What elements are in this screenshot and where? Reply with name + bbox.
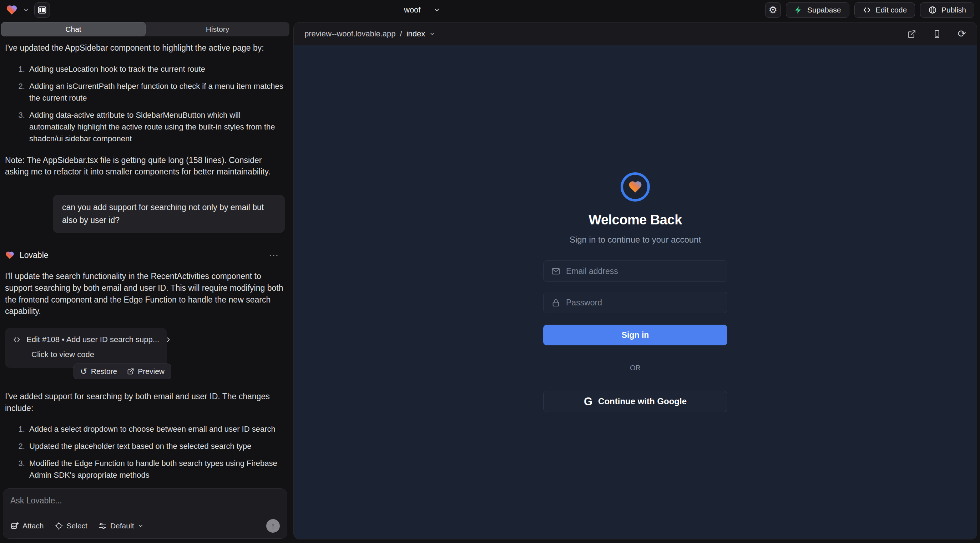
mail-icon <box>551 267 560 276</box>
preview-label: Preview <box>138 367 164 376</box>
open-in-new-tab-button[interactable] <box>907 30 916 38</box>
divider-label: OR <box>630 364 641 372</box>
model-selector-button[interactable]: Default <box>98 522 144 530</box>
main-area: Chat History I've updated the AppSidebar… <box>0 20 980 543</box>
target-select-icon <box>55 522 63 530</box>
assistant-numbered-list-2: Added a select dropdown to choose betwee… <box>5 423 285 483</box>
topbar-right: ⚙ Supabase Edit code Publish <box>765 2 974 18</box>
app-heart-logo-icon <box>628 179 643 194</box>
preview-button[interactable]: Preview <box>127 367 164 376</box>
sidebar-toggle-button[interactable] <box>34 2 50 18</box>
assistant-summary: I've added support for searching by both… <box>5 391 285 414</box>
lovable-heart-logo[interactable] <box>6 4 18 16</box>
email-field-wrapper <box>543 260 727 282</box>
supabase-bolt-icon <box>794 6 803 14</box>
continue-with-google-button[interactable]: G Continue with Google <box>543 391 727 412</box>
divider-line-right <box>647 368 727 368</box>
code-icon <box>13 336 21 344</box>
code-brackets-icon <box>862 6 871 14</box>
settings-button[interactable]: ⚙ <box>765 2 781 18</box>
send-button[interactable]: ↑ <box>266 519 280 533</box>
list-item: Modified the Edge Function to handle bot… <box>27 457 285 481</box>
attach-label: Attach <box>22 522 44 530</box>
arrow-up-icon: ↑ <box>271 521 275 531</box>
globe-icon <box>928 6 937 14</box>
list-item: Updated the placeholder text based on th… <box>27 440 285 452</box>
topbar-left <box>6 2 50 18</box>
sign-in-button[interactable]: Sign in <box>543 325 727 345</box>
url-chevron-down-icon <box>430 31 435 37</box>
tab-history[interactable]: History <box>146 22 290 37</box>
ask-lovable-input[interactable] <box>10 496 280 505</box>
auth-title: Welcome Back <box>589 212 682 228</box>
preview-panel: preview--woof.lovable.app / index ⟳ <box>293 22 977 540</box>
auth-subtitle: Sign in to continue to your account <box>570 235 701 245</box>
password-field[interactable] <box>566 298 719 308</box>
preview-domain: preview--woof.lovable.app <box>304 29 396 38</box>
topbar: woof ⚙ Supabase Edit code <box>0 0 980 20</box>
edit-card-wrapper: Edit #108 • Add user ID search supp... C… <box>5 328 167 368</box>
publish-button[interactable]: Publish <box>920 2 974 18</box>
project-title[interactable]: woof <box>404 0 441 20</box>
url-separator: / <box>400 29 402 38</box>
preview-header: preview--woof.lovable.app / index ⟳ <box>294 22 977 45</box>
divider-line-left <box>543 368 624 368</box>
list-item: Adding data-active attribute to SidebarM… <box>27 109 285 144</box>
preview-page: index <box>406 29 425 38</box>
supabase-label: Supabase <box>807 6 841 14</box>
assistant-name: Lovable <box>20 251 49 260</box>
assistant-note: Note: The AppSidebar.tsx file is getting… <box>5 154 285 178</box>
edit-code-button[interactable]: Edit code <box>854 2 915 18</box>
project-name: woof <box>404 5 420 14</box>
google-button-label: Continue with Google <box>598 396 687 406</box>
preview-url-bar[interactable]: preview--woof.lovable.app / index <box>304 29 435 38</box>
tab-chat[interactable]: Chat <box>1 22 146 37</box>
edit-card-actions: ↺ Restore Preview <box>73 364 171 379</box>
lovable-heart-icon <box>5 251 14 260</box>
external-link-icon <box>907 30 916 38</box>
select-label: Select <box>67 522 88 530</box>
gear-icon: ⚙ <box>769 5 777 15</box>
app-logo-ring <box>620 172 650 202</box>
edit-card-subtitle: Click to view code <box>32 350 159 359</box>
mobile-view-button[interactable] <box>932 30 942 38</box>
edit-card-title: Edit #108 • Add user ID search supp... <box>26 335 159 344</box>
mobile-phone-icon <box>932 30 942 38</box>
chat-message-list[interactable]: I've updated the AppSidebar component to… <box>0 37 291 483</box>
refresh-button[interactable]: ⟳ <box>958 29 966 39</box>
assistant-numbered-list: Adding useLocation hook to track the cur… <box>5 63 285 144</box>
assistant-message-2-intro: I'll update the search functionality in … <box>5 270 285 317</box>
composer-toolbar: Attach Select Default <box>10 519 280 533</box>
select-button[interactable]: Select <box>55 522 88 530</box>
supabase-button[interactable]: Supabase <box>786 2 850 18</box>
edit-card-header: Edit #108 • Add user ID search supp... <box>13 335 159 344</box>
model-chevron-down-icon <box>137 523 144 529</box>
edit-card[interactable]: Edit #108 • Add user ID search supp... C… <box>5 328 167 368</box>
email-field[interactable] <box>566 267 719 276</box>
attach-button[interactable]: Attach <box>10 522 44 530</box>
model-label: Default <box>110 522 134 530</box>
list-item: Adding useLocation hook to track the cur… <box>27 63 285 75</box>
panel-left-icon <box>37 5 47 14</box>
chevron-right-icon <box>165 336 172 343</box>
publish-label: Publish <box>942 6 966 14</box>
message-menu-button[interactable]: ⋯ <box>269 249 280 261</box>
assistant-message-intro: I've updated the AppSidebar component to… <box>5 42 285 54</box>
edit-code-label: Edit code <box>876 6 907 14</box>
google-g-icon: G <box>584 396 592 407</box>
chat-tabbar: Chat History <box>1 22 290 37</box>
preview-actions: ⟳ <box>907 29 966 39</box>
restore-label: Restore <box>91 367 118 376</box>
restore-button[interactable]: ↺ Restore <box>80 367 118 376</box>
user-message-bubble: can you add support for searching not on… <box>53 195 285 233</box>
external-link-icon <box>127 368 134 375</box>
auth-card: Welcome Back Sign in to continue to your… <box>543 172 727 412</box>
assistant-header: Lovable ⋯ <box>5 249 285 261</box>
sliders-icon <box>98 522 107 530</box>
preview-app-content: Welcome Back Sign in to continue to your… <box>294 45 977 539</box>
project-chevron-down-icon <box>433 6 441 14</box>
lovable-app: woof ⚙ Supabase Edit code <box>0 0 980 543</box>
attach-image-icon <box>10 522 19 530</box>
or-divider: OR <box>543 364 727 372</box>
project-menu-chevron-icon[interactable] <box>23 7 29 13</box>
